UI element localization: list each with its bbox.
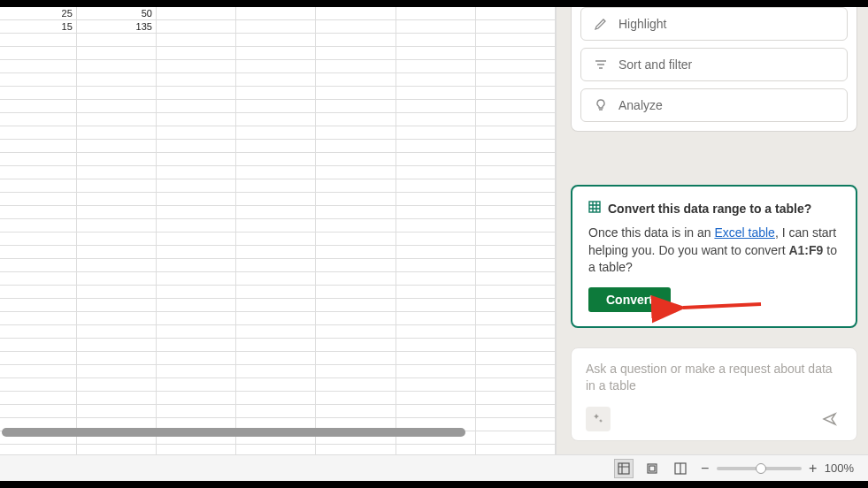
cell[interactable] [316,299,396,311]
cell[interactable] [316,312,396,324]
cell[interactable] [316,166,396,179]
cell[interactable] [77,193,157,205]
cell[interactable] [157,113,236,126]
table-row[interactable] [0,246,556,259]
table-row[interactable] [0,339,556,352]
cell[interactable] [236,166,316,179]
table-row[interactable] [0,140,556,153]
table-row[interactable] [0,34,556,47]
cell[interactable] [476,47,556,59]
table-row[interactable] [0,365,556,378]
cell[interactable] [236,7,316,19]
page-layout-view-button[interactable] [642,459,662,478]
cell[interactable] [0,166,77,179]
cell[interactable] [396,206,476,218]
cell[interactable] [476,431,556,444]
cell[interactable] [316,153,396,165]
cell[interactable] [396,233,476,245]
cell[interactable] [0,405,77,417]
cell[interactable] [316,179,396,192]
cell[interactable] [476,34,556,46]
cell[interactable] [77,312,157,324]
cell[interactable] [476,166,556,179]
cell[interactable] [236,126,316,139]
cell[interactable] [0,272,77,285]
cell[interactable] [476,246,556,258]
cell[interactable] [236,259,316,271]
cell[interactable] [316,259,396,271]
cell[interactable] [476,206,556,218]
cell[interactable] [316,272,396,285]
cell[interactable] [0,339,77,351]
cell[interactable] [0,312,77,324]
cell[interactable] [236,179,316,192]
table-row[interactable]: 15 135 [0,20,556,34]
cell[interactable] [476,286,556,298]
cell[interactable] [0,193,77,205]
cell[interactable] [396,259,476,271]
cell[interactable] [396,325,476,338]
cell[interactable] [236,73,316,86]
cell[interactable] [77,100,157,112]
horizontal-scrollbar[interactable] [2,428,465,437]
cell[interactable] [396,392,476,404]
cell[interactable] [0,153,77,165]
cell[interactable] [476,272,556,285]
table-row[interactable] [0,286,556,299]
cell[interactable] [476,365,556,377]
cell[interactable] [236,219,316,232]
table-row[interactable] [0,166,556,179]
cell[interactable] [157,73,236,86]
table-row[interactable] [0,299,556,312]
cell[interactable] [236,47,316,59]
cell[interactable] [77,233,157,245]
cell[interactable] [157,378,236,391]
page-break-view-button[interactable] [671,459,690,478]
cell[interactable] [157,405,236,417]
cell[interactable] [0,378,77,391]
cell[interactable] [0,286,77,298]
cell[interactable] [236,365,316,377]
cell[interactable] [157,445,236,454]
spreadsheet-area[interactable]: 25 50 15 135 [0,7,557,454]
cell[interactable] [77,352,157,364]
cell[interactable] [476,312,556,324]
cell[interactable] [476,126,556,139]
cell[interactable] [157,193,236,205]
cell[interactable] [77,246,157,258]
cell[interactable] [77,392,157,404]
cell[interactable] [236,193,316,205]
cell[interactable] [236,153,316,165]
table-row[interactable] [0,73,556,87]
cell[interactable] [396,445,476,454]
cell[interactable] [396,312,476,324]
cell[interactable] [316,365,396,377]
cell[interactable] [476,87,556,99]
cell[interactable] [316,206,396,218]
cell[interactable] [396,73,476,86]
cell[interactable] [476,140,556,152]
cell[interactable] [476,219,556,232]
cell[interactable] [236,140,316,152]
cell[interactable] [0,392,77,404]
cell[interactable] [0,47,77,59]
cell[interactable] [77,219,157,232]
cell[interactable] [77,126,157,139]
cell[interactable] [396,179,476,192]
cell[interactable] [316,405,396,417]
cell[interactable] [0,219,77,232]
cell[interactable] [396,365,476,377]
cell[interactable] [157,166,236,179]
cell[interactable] [0,113,77,126]
cell[interactable] [476,299,556,311]
table-row[interactable] [0,272,556,286]
cell[interactable] [0,206,77,218]
cell[interactable] [157,20,236,33]
table-row[interactable]: 25 50 [0,7,556,20]
cell[interactable] [316,100,396,112]
cell[interactable] [77,73,157,86]
cell[interactable] [396,405,476,417]
cell[interactable] [236,325,316,338]
cell[interactable] [0,140,77,152]
table-row[interactable] [0,100,556,113]
